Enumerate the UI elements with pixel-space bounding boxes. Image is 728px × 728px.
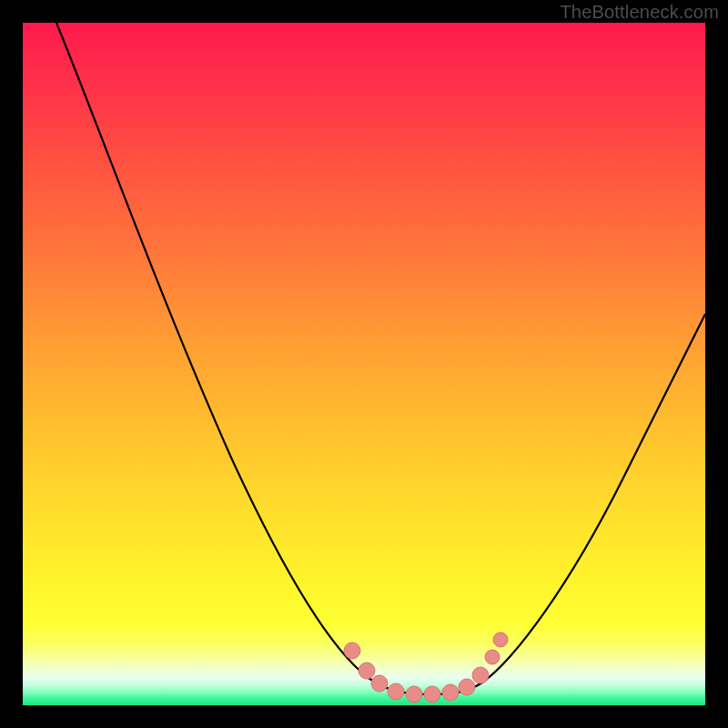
- chart-marker: [459, 679, 475, 695]
- chart-marker: [485, 650, 500, 664]
- chart-marker: [493, 632, 508, 647]
- chart-marker: [344, 642, 360, 659]
- plot-area: [23, 23, 705, 705]
- bottleneck-curve: [56, 23, 705, 694]
- watermark-text: TheBottleneck.com: [560, 2, 719, 23]
- chart-marker: [371, 675, 388, 692]
- chart-marker: [424, 686, 440, 703]
- curve-layer: [23, 23, 705, 705]
- chart-marker: [359, 662, 375, 679]
- chart-marker: [472, 667, 489, 683]
- chart-marker: [388, 683, 404, 700]
- chart-marker: [442, 684, 459, 701]
- chart-frame: TheBottleneck.com: [0, 0, 728, 728]
- chart-marker: [406, 686, 422, 703]
- marker-group: [344, 632, 508, 703]
